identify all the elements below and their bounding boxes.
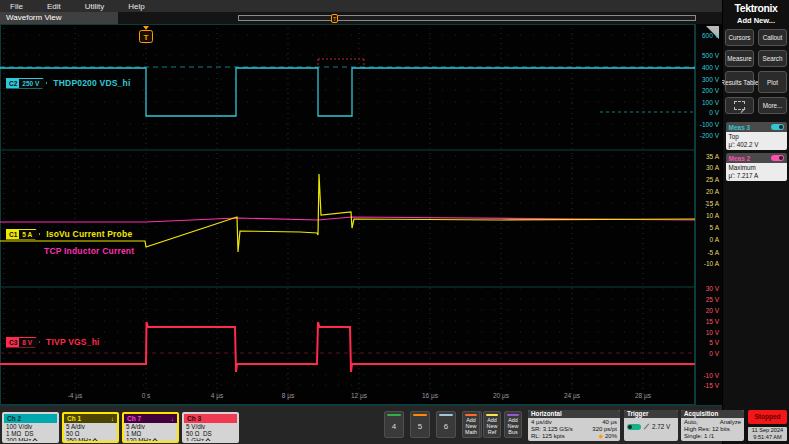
probe-icon [152, 438, 158, 443]
tektronix-logo: Tektronix [735, 2, 778, 14]
results-table-button[interactable]: Results Table [725, 71, 754, 93]
channel-button[interactable]: 5 [410, 411, 430, 438]
channel-handle-ch1[interactable]: C15 A [6, 229, 40, 240]
menu-bar: File Edit Utility Help [0, 0, 722, 12]
trigger-panel[interactable]: Trigger ⟋ 2.72 V [624, 410, 678, 441]
add-new-button[interactable]: Add New Math [462, 411, 480, 438]
axis-tick-label: -200 V [700, 132, 719, 139]
channel-name: Ch 3 [187, 414, 201, 423]
add-new-heading: Add New... [737, 16, 775, 25]
menu-help[interactable]: Help [118, 2, 158, 11]
probe-icon [32, 438, 38, 443]
axis-tick-label: 30 V [706, 285, 719, 292]
channel-badge-header[interactable]: Ch 1 ↓ [64, 414, 117, 423]
channel-badge-body: 5 V/div 50 Ω DS 1 GHz [184, 423, 237, 443]
menu-file[interactable]: File [0, 2, 37, 11]
time-tick-label: 4 µs [211, 392, 223, 399]
callout-button[interactable]: Callout [758, 29, 787, 46]
plot-button[interactable]: Plot [758, 71, 787, 93]
time-tick-label: 8 µs [282, 392, 294, 399]
time-tick-label: 16 µs [422, 392, 438, 399]
trigger-toggle[interactable] [627, 424, 641, 430]
axis-tick-label: 200 V [702, 87, 719, 94]
trigger-position-percent: 20% [605, 433, 617, 439]
axis-tick-label: 5 A [710, 224, 719, 231]
acq-mode: Auto, [684, 419, 698, 426]
axis-tick-label: 600 V [702, 32, 719, 39]
probe-icon [92, 438, 98, 443]
trigger-position-icon: ◆ [599, 433, 604, 439]
search-button[interactable]: Search [758, 50, 787, 67]
channel-handle-ch3[interactable]: C38 V [6, 337, 40, 348]
run-stop-button[interactable]: Stopped [748, 410, 787, 424]
axis-tick-label: 400 V [702, 64, 719, 71]
settings-bar: Ch 2 100 V/div 1 MΩ DS 200 MHz Ch 1 ↓ 5 [0, 405, 722, 444]
measurement-cards: Meas 3 Top µ': 402.2 V Meas 2 Maximum µ'… [726, 122, 787, 184]
channel-badge[interactable]: Ch 3 5 V/div 50 Ω DS 1 GHz [182, 412, 239, 443]
axis-tick-label: 25 V [706, 296, 719, 303]
channel-badge-body: 100 V/div 1 MΩ DS 200 MHz [4, 423, 57, 443]
measurement-toggle[interactable] [771, 124, 784, 130]
axis-tick-label: -5 A [707, 249, 719, 256]
axis-tick-label: 0 V [709, 350, 719, 357]
channel-badge[interactable]: Ch 7 ↓ 5 A/div 1 MΩ 120 MHz [122, 412, 179, 443]
waveform-view[interactable]: T ⋮⋮ 600 V500 V400 V300 V200 V100 V0 V-1… [0, 24, 722, 405]
channel-badge[interactable]: Ch 1 ↓ 5 A/div 50 Ω 250 MHz [62, 412, 119, 443]
time-tick-label: 0 s [142, 392, 151, 399]
channel-badge-body: 5 A/div 1 MΩ 120 MHz [124, 423, 177, 443]
probe-icon [205, 438, 211, 443]
measurement-card[interactable]: Meas 3 Top µ': 402.2 V [726, 122, 787, 150]
measurement-value: µ': 7.217 A [729, 172, 784, 180]
draw-a-box-button[interactable] [725, 97, 754, 114]
horizontal-position-ribbon[interactable]: T [238, 15, 696, 21]
channel-number: 6 [444, 416, 448, 437]
axis-tick-label: 10 A [706, 212, 719, 219]
measurement-toggle[interactable] [771, 155, 784, 161]
axis-tick-label: 20 A [706, 188, 719, 195]
rising-edge-icon: ⟋ [644, 423, 649, 430]
trigger-position-marker[interactable]: T [331, 14, 338, 23]
axis-tick-label: 20 V [706, 307, 719, 314]
axis-tick-label: 100 V [702, 99, 719, 106]
measurement-name: Meas 3 [729, 124, 751, 131]
tab-waveform-view[interactable]: Waveform View [0, 12, 118, 24]
channel-number: 5 [418, 416, 422, 437]
cursors-button[interactable]: Cursors [725, 29, 754, 46]
measurement-card[interactable]: Meas 2 Maximum µ': 7.217 A [726, 153, 787, 181]
draw-a-box-icon [734, 101, 745, 110]
add-button-label: Add New Bus [505, 417, 521, 435]
add-new-button[interactable]: Add New Ref [483, 411, 501, 438]
svg-text:T: T [144, 33, 149, 42]
axis-tick-label: -10 V [703, 372, 719, 379]
measure-button[interactable]: Measure [725, 50, 754, 67]
add-color-stripe [486, 414, 498, 416]
channel-button[interactable]: 4 [384, 411, 404, 438]
channel-badge-header[interactable]: Ch 7 ↓ [124, 414, 177, 423]
add-color-stripe [507, 414, 519, 416]
channel-button[interactable]: 6 [436, 411, 456, 438]
channel-name: Ch 1 [67, 414, 81, 423]
time-tick-label: 12 µs [351, 392, 367, 399]
menu-utility[interactable]: Utility [75, 2, 119, 11]
acquisition-panel[interactable]: Acquisition Auto,Analyze High Res: 12 bi… [681, 410, 744, 441]
channel-handle-ch2[interactable]: C2250 V [6, 78, 47, 89]
time-tick-label: -4 µs [68, 392, 83, 399]
time-tick-label: 24 µs [564, 392, 580, 399]
more-button[interactable]: More... [758, 97, 787, 114]
record-length: RL: 125 kpts [531, 433, 565, 440]
sidebar-buttons: Cursors Callout Measure Search Results T… [725, 29, 787, 114]
axis-tick-label: 15 A [706, 200, 719, 207]
menu-edit[interactable]: Edit [37, 2, 75, 11]
horizontal-panel[interactable]: Horizontal 4 µs/div40 µs SR: 3.125 GS/s3… [528, 410, 620, 441]
channel-badge-header[interactable]: Ch 2 [4, 414, 57, 423]
scale-down-arrow-icon: ↓ [171, 414, 174, 423]
resolution: 320 ps/pt [592, 426, 617, 433]
measurement-type: Maximum [729, 164, 784, 172]
add-new-button[interactable]: Add New Bus [504, 411, 522, 438]
axis-tick-label: 500 V [702, 52, 719, 59]
waveform-label-ch1: IsoVu Current Probe [46, 229, 132, 239]
channel-badge[interactable]: Ch 2 100 V/div 1 MΩ DS 200 MHz [2, 412, 59, 443]
bandwidth: 1 GHz [186, 438, 204, 443]
bandwidth: 120 MHz [126, 438, 151, 443]
channel-badge-header[interactable]: Ch 3 [184, 414, 237, 423]
